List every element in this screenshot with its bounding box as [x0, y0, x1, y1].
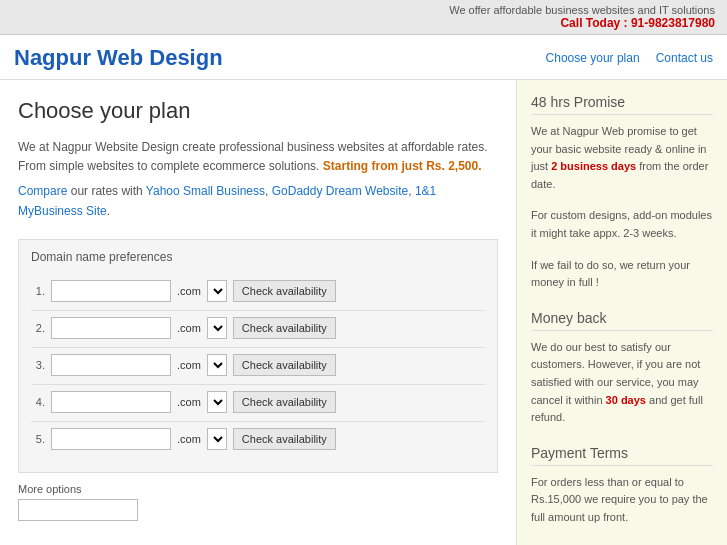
sidebar-30days: 30 days	[606, 394, 646, 406]
sidebar-section-payment: Payment Terms For orders less than or eq…	[531, 445, 713, 545]
check-availability-btn-5[interactable]: Check availability	[233, 428, 336, 450]
more-options-text: More options	[18, 483, 82, 495]
sidebar-section-money-back: Money back We do our best to satisfy our…	[531, 310, 713, 427]
more-options-label: More options	[18, 483, 498, 521]
left-content: Choose your plan We at Nagpur Website De…	[0, 80, 517, 545]
domain-ext-text-2: .com	[177, 322, 201, 334]
domain-section-title: Domain name preferences	[31, 250, 485, 270]
domain-number-4: 4.	[31, 396, 45, 408]
intro-text: We at Nagpur Website Design create profe…	[18, 138, 498, 176]
main-layout: Choose your plan We at Nagpur Website De…	[0, 80, 727, 545]
domain-ext-select-1[interactable]: ▼ .net .org .in	[207, 280, 227, 302]
sidebar-title-money-back: Money back	[531, 310, 713, 331]
sidebar-text-payment-2: For amounts greater than Rs.15,000 we re…	[531, 541, 713, 546]
domain-input-3[interactable]	[51, 354, 171, 376]
domain-ext-text-5: .com	[177, 433, 201, 445]
compare-prefix: our rates with	[71, 184, 146, 198]
sidebar-section-48hrs: 48 hrs Promise We at Nagpur Web promise …	[531, 94, 713, 292]
page-title: Choose your plan	[18, 98, 498, 124]
domain-number-5: 5.	[31, 433, 45, 445]
domain-input-1[interactable]	[51, 280, 171, 302]
domain-row-4: 4. .com ▼ .net .org .in Check availabili…	[31, 391, 485, 413]
domain-row-5: 5. .com ▼ .net .org .in Check availabili…	[31, 428, 485, 450]
sidebar-2days: 2 business days	[551, 160, 636, 172]
domain-row-2: 2. .com ▼ .net .org .in Check availabili…	[31, 317, 485, 339]
main-nav: Choose your plan Contact us	[546, 51, 713, 65]
domain-number-2: 2.	[31, 322, 45, 334]
nav-choose-plan[interactable]: Choose your plan	[546, 51, 640, 65]
logo: Nagpur Web Design	[14, 45, 223, 71]
sidebar-text-48hrs-3: If we fail to do so, we return your mone…	[531, 257, 713, 292]
sidebar-text-payment-1: For orders less than or equal to Rs.15,0…	[531, 474, 713, 527]
sidebar-title-payment: Payment Terms	[531, 445, 713, 466]
nav-contact-us[interactable]: Contact us	[656, 51, 713, 65]
sidebar-text-48hrs: We at Nagpur Web promise to get your bas…	[531, 123, 713, 193]
domain-row-3: 3. .com ▼ .net .org .in Check availabili…	[31, 354, 485, 376]
domain-input-5[interactable]	[51, 428, 171, 450]
domain-number-3: 3.	[31, 359, 45, 371]
domain-section: Domain name preferences 1. .com ▼ .net .…	[18, 239, 498, 473]
phone-number: Call Today : 91-9823817980	[560, 16, 715, 30]
domain-number-1: 1.	[31, 285, 45, 297]
domain-input-4[interactable]	[51, 391, 171, 413]
check-availability-btn-3[interactable]: Check availability	[233, 354, 336, 376]
domain-ext-text-1: .com	[177, 285, 201, 297]
domain-input-2[interactable]	[51, 317, 171, 339]
godaddy-link[interactable]: GoDaddy Dream Website	[272, 184, 409, 198]
sidebar-text-money-back: We do our best to satisfy our customers.…	[531, 339, 713, 427]
domain-ext-select-4[interactable]: ▼ .net .org .in	[207, 391, 227, 413]
check-availability-btn-2[interactable]: Check availability	[233, 317, 336, 339]
header: Nagpur Web Design Choose your plan Conta…	[0, 35, 727, 80]
top-bar: We offer affordable business websites an…	[0, 0, 727, 35]
domain-ext-select-2[interactable]: ▼ .net .org .in	[207, 317, 227, 339]
domain-ext-text-3: .com	[177, 359, 201, 371]
sidebar-text-48hrs-2: For custom designs, add-on modules it mi…	[531, 207, 713, 242]
domain-ext-text-4: .com	[177, 396, 201, 408]
yahoo-link[interactable]: Yahoo Small Business	[146, 184, 265, 198]
domain-ext-select-5[interactable]: ▼ .net .org .in	[207, 428, 227, 450]
compare-text: Compare our rates with Yahoo Small Busin…	[18, 182, 498, 220]
more-options-input[interactable]	[18, 499, 138, 521]
compare-link[interactable]: Compare	[18, 184, 67, 198]
domain-row-1: 1. .com ▼ .net .org .in Check availabili…	[31, 280, 485, 302]
sidebar-title-48hrs: 48 hrs Promise	[531, 94, 713, 115]
check-availability-btn-1[interactable]: Check availability	[233, 280, 336, 302]
tagline: We offer affordable business websites an…	[449, 4, 715, 16]
domain-ext-select-3[interactable]: ▼ .net .org .in	[207, 354, 227, 376]
intro-highlight: Starting from just Rs. 2,500.	[323, 159, 482, 173]
check-availability-btn-4[interactable]: Check availability	[233, 391, 336, 413]
right-sidebar: 48 hrs Promise We at Nagpur Web promise …	[517, 80, 727, 545]
